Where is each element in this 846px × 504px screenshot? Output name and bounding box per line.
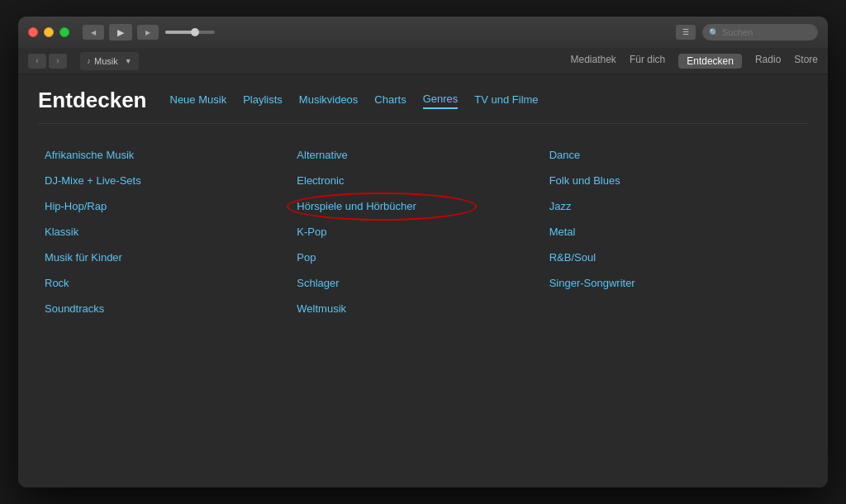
- genre-rock[interactable]: Rock: [45, 272, 297, 294]
- genre-metal[interactable]: Metal: [549, 221, 801, 243]
- nav-mediathek[interactable]: Mediathek: [571, 54, 616, 69]
- search-placeholder: Suchen: [722, 27, 753, 37]
- genre-column-2: Alternative Electronic Hörspiele und Hör…: [297, 144, 549, 468]
- music-icon: ♪: [87, 56, 91, 65]
- traffic-lights: [28, 27, 69, 37]
- prev-track-button[interactable]: [83, 25, 104, 40]
- sub-nav: Neue Musik Playlists Musikvideos Charts …: [170, 93, 539, 109]
- genre-column-3: Dance Folk und Blues Jazz Metal R&B/Soul…: [549, 144, 801, 468]
- location-bar: ♪ Musik ▼: [80, 52, 139, 70]
- top-nav: Mediathek Für dich Entdecken Radio Store: [571, 54, 819, 69]
- genre-hoerspiele[interactable]: Hörspiele und Hörbücher: [297, 195, 549, 217]
- genre-singer-songwriter[interactable]: Singer-Songwriter: [549, 272, 801, 294]
- genre-electronic[interactable]: Electronic: [297, 169, 549, 192]
- main-content: Entdecken Neue Musik Playlists Musikvide…: [18, 74, 828, 487]
- genre-rnb-soul[interactable]: R&B/Soul: [549, 246, 801, 269]
- genre-dance[interactable]: Dance: [549, 144, 801, 166]
- genre-k-pop[interactable]: K-Pop: [297, 221, 549, 243]
- toolbar: ‹ › ♪ Musik ▼ Mediathek Für dich Entdeck…: [18, 48, 828, 74]
- page-title: Entdecken: [38, 88, 147, 113]
- genre-hip-hop-rap[interactable]: Hip-Hop/Rap: [45, 195, 297, 217]
- playback-controls: ▶: [83, 24, 159, 40]
- genre-grid: Afrikanische Musik DJ-Mixe + Live-Sets H…: [18, 124, 828, 487]
- search-bar[interactable]: 🔍 Suchen: [702, 24, 818, 40]
- genre-schlager[interactable]: Schlager: [297, 272, 549, 294]
- nav-radio[interactable]: Radio: [755, 54, 781, 69]
- minimize-button[interactable]: [44, 27, 54, 37]
- volume-fill: [165, 31, 192, 34]
- volume-slider[interactable]: [165, 31, 215, 34]
- nav-fuer-dich[interactable]: Für dich: [630, 54, 665, 69]
- genre-klassik[interactable]: Klassik: [45, 221, 297, 243]
- back-button[interactable]: ‹: [28, 54, 46, 69]
- sub-nav-playlists[interactable]: Playlists: [243, 93, 283, 108]
- sub-nav-charts[interactable]: Charts: [374, 93, 406, 108]
- nav-store[interactable]: Store: [794, 54, 818, 69]
- location-text: Musik: [94, 56, 118, 66]
- forward-button[interactable]: ›: [49, 54, 67, 69]
- nav-buttons: ‹ ›: [28, 54, 67, 69]
- search-icon: 🔍: [709, 28, 719, 37]
- genre-afrikanische-musik[interactable]: Afrikanische Musik: [45, 144, 297, 166]
- genre-jazz[interactable]: Jazz: [549, 195, 801, 217]
- sub-nav-tv-filme[interactable]: TV und Filme: [474, 93, 538, 108]
- next-track-button[interactable]: [137, 25, 159, 40]
- genre-dj-mixe[interactable]: DJ-Mixe + Live-Sets: [45, 169, 297, 192]
- titlebar-right: ☰ 🔍 Suchen: [676, 24, 818, 40]
- genre-folk-blues[interactable]: Folk und Blues: [549, 169, 801, 192]
- location-dropdown-icon[interactable]: ▼: [125, 57, 132, 65]
- grid-view-icon[interactable]: ☰: [676, 25, 696, 40]
- nav-entdecken[interactable]: Entdecken: [678, 54, 742, 69]
- genre-column-1: Afrikanische Musik DJ-Mixe + Live-Sets H…: [45, 144, 297, 468]
- sub-nav-musikvideos[interactable]: Musikvideos: [299, 93, 359, 108]
- titlebar: ▶ ☰ 🔍 Suchen: [18, 17, 828, 48]
- page-header: Entdecken Neue Musik Playlists Musikvide…: [18, 74, 828, 113]
- genre-soundtracks[interactable]: Soundtracks: [45, 297, 297, 320]
- genre-musik-kinder[interactable]: Musik für Kinder: [45, 246, 297, 269]
- genre-alternative[interactable]: Alternative: [297, 144, 549, 166]
- sub-nav-genres[interactable]: Genres: [423, 93, 459, 109]
- volume-thumb: [191, 28, 199, 36]
- genre-weltmusik[interactable]: Weltmusik: [297, 297, 549, 320]
- itunes-window: ▶ ☰ 🔍 Suchen ‹ › ♪ Musik ▼ Me: [18, 17, 828, 487]
- maximize-button[interactable]: [59, 27, 69, 37]
- genre-pop[interactable]: Pop: [297, 246, 549, 269]
- play-button[interactable]: ▶: [109, 24, 132, 40]
- sub-nav-neue-musik[interactable]: Neue Musik: [170, 93, 227, 108]
- close-button[interactable]: [28, 27, 38, 37]
